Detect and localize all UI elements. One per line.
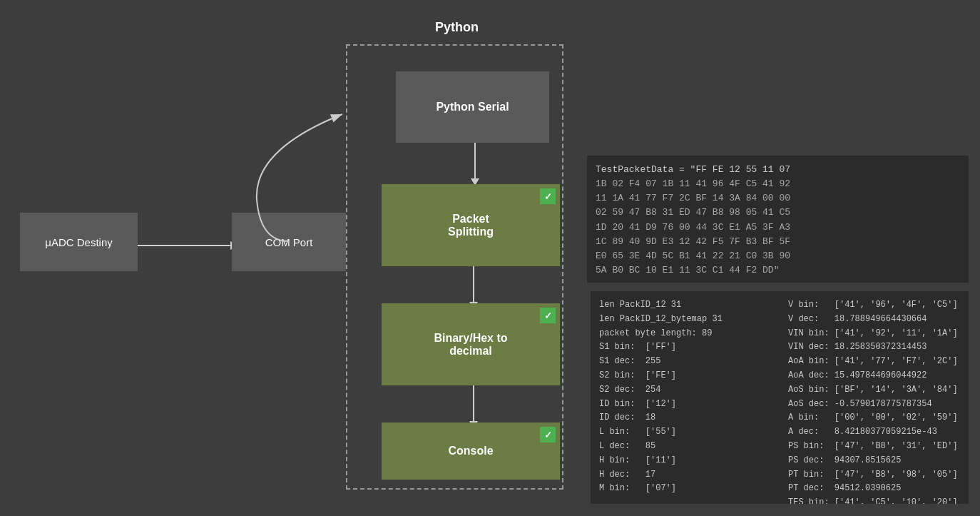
debug-right-line-6: AoS bin: ['BF', '14', '3A', '84']	[788, 383, 960, 398]
com-port-label: COM Port	[265, 236, 313, 248]
uadc-destiny-box: μADC Destiny	[20, 213, 138, 271]
debug-right-line-14: TES bin: ['41', 'C5', '10', '20']	[788, 496, 960, 504]
python-serial-box: Python Serial	[396, 71, 549, 143]
binary-hex-wrapper: Binary/Hex todecimal ✓	[382, 303, 560, 385]
checkmark-binary: ✓	[540, 308, 556, 323]
arrow-binary-to-console	[469, 385, 478, 428]
packet-splitting-label: PacketSplitting	[448, 213, 494, 238]
console-box: Console ✓	[382, 423, 560, 480]
code-line-8: 5A B0 BC 10 E1 11 3C C1 44 F2 DD"	[596, 263, 960, 278]
debug-left-line-8: ID dec: 18	[599, 411, 771, 425]
arrow-serial-to-packet	[471, 143, 479, 186]
debug-left-line-5: S2 bin: ['FE']	[599, 369, 771, 383]
binary-hex-label: Binary/Hex todecimal	[434, 332, 507, 358]
console-wrapper: Console ✓	[382, 423, 560, 480]
debug-left-line-4: S1 dec: 255	[599, 355, 771, 369]
console-label: Console	[448, 445, 493, 457]
debug-left-line-11: H bin: ['11']	[599, 454, 771, 468]
code-line-1: TestPacketData = "FF FE 12 55 11 07	[596, 163, 960, 177]
debug-right-line-11: PS dec: 94307.8515625	[788, 454, 960, 468]
code-line-2: 1B 02 F4 07 1B 11 41 96 4F C5 41 92	[596, 177, 960, 191]
arrow-uadc-to-com	[138, 241, 238, 250]
debug-right-line-8: A bin: ['00', '00', '02', '59']	[788, 411, 960, 425]
debug-right-line-13: PT dec: 94512.0390625	[788, 482, 960, 496]
code-panel-top: TestPacketData = "FF FE 12 55 11 07 1B 0…	[587, 156, 969, 283]
debug-panel-left: len PackID_12 31len PackID_12_bytemap 31…	[591, 291, 780, 504]
debug-left-line-2: packet byte length: 89	[599, 327, 771, 341]
debug-right-line-12: PT bin: ['47', 'B8', '98', '05']	[788, 468, 960, 482]
com-port-box: COM Port	[232, 213, 346, 271]
debug-right-line-2: VIN bin: ['41', '92', '11', '1A']	[788, 327, 960, 341]
code-line-7: E0 65 3E 4D 5C B1 41 22 21 C0 3B 90	[596, 249, 960, 263]
debug-left-line-7: ID bin: ['12']	[599, 398, 771, 412]
debug-right-line-5: AoA dec: 15.497844696044922	[788, 369, 960, 383]
arrow-packet-to-binary	[469, 266, 478, 309]
debug-right-line-10: PS bin: ['47', 'B8', '31', 'ED']	[788, 440, 960, 454]
debug-right-line-9: A dec: 8.42180377059215e-43	[788, 425, 960, 440]
python-label: Python	[435, 20, 479, 35]
debug-left-line-9: L bin: ['55']	[599, 425, 771, 440]
debug-left-line-1: len PackID_12_bytemap 31	[599, 313, 771, 327]
debug-left-line-6: S2 dec: 254	[599, 383, 771, 398]
debug-left-line-0: len PackID_12 31	[599, 298, 771, 313]
code-line-6: 1C 89 40 9D E3 12 42 F5 7F B3 BF 5F	[596, 235, 960, 249]
code-line-4: 02 59 47 B8 31 ED 47 B8 98 05 41 C5	[596, 206, 960, 220]
checkmark-console: ✓	[540, 427, 556, 442]
debug-right-line-1: V dec: 18.788949664430664	[788, 313, 960, 327]
debug-left-line-10: L dec: 85	[599, 440, 771, 454]
debug-left-line-12: H dec: 17	[599, 468, 771, 482]
packet-splitting-wrapper: PacketSplitting ✓	[382, 184, 560, 266]
uadc-label: μADC Destiny	[45, 236, 113, 248]
debug-right-line-3: VIN dec: 18.258350372314453	[788, 340, 960, 355]
checkmark-packet: ✓	[540, 188, 556, 204]
python-serial-label: Python Serial	[436, 101, 509, 113]
code-line-3: 11 1A 41 77 F7 2C BF 14 3A 84 00 00	[596, 191, 960, 206]
debug-right-line-4: AoA bin: ['41', '77', 'F7', '2C']	[788, 355, 960, 369]
debug-left-line-13: M bin: ['07']	[599, 482, 771, 496]
debug-right-line-7: AoS dec: -0.5790178775787354	[788, 398, 960, 412]
code-line-5: 1D 20 41 D9 76 00 44 3C E1 A5 3F A3	[596, 221, 960, 235]
debug-right-line-0: V bin: ['41', '96', '4F', 'C5']	[788, 298, 960, 313]
debug-panel-right: V bin: ['41', '96', '4F', 'C5']V dec: 18…	[780, 291, 969, 504]
packet-splitting-box: PacketSplitting ✓	[382, 184, 560, 266]
binary-hex-box: Binary/Hex todecimal ✓	[382, 303, 560, 385]
debug-left-line-3: S1 bin: ['FF']	[599, 340, 771, 355]
